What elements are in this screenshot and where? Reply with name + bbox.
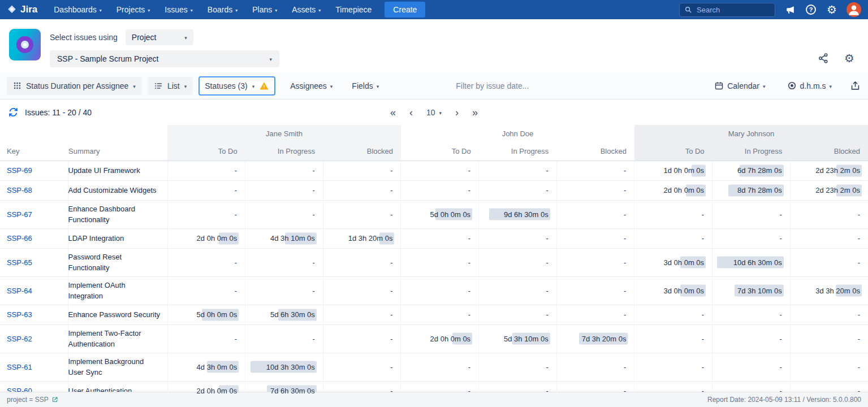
nav-item-timepiece[interactable]: Timepiece [328, 0, 379, 19]
duration-value: 10d 3h 30m 0s [266, 363, 315, 371]
issue-key-cell: SSP-65 [0, 248, 68, 276]
duration-value: 2d 0h 0m 0s [664, 186, 705, 194]
fields-dropdown[interactable]: Fields [347, 78, 383, 94]
issue-key-link[interactable]: SSP-65 [7, 258, 32, 267]
duration-value: - [312, 287, 314, 295]
next-page-button[interactable]: › [455, 107, 459, 118]
export-icon[interactable] [849, 80, 861, 92]
calendar-icon [714, 81, 724, 90]
duration-cell: - [479, 276, 557, 305]
report-settings-icon[interactable] [843, 52, 856, 64]
duration-value: - [779, 335, 781, 343]
format-target-icon [787, 81, 797, 90]
nav-item-assets[interactable]: Assets [284, 0, 328, 19]
user-avatar[interactable] [847, 2, 861, 17]
duration-cell: - [556, 180, 634, 200]
nav-item-boards[interactable]: Boards [200, 0, 245, 19]
duration-cell: - [634, 353, 712, 381]
admin-settings-icon[interactable] [826, 3, 838, 16]
table-row: SSP-63Enhance Password Security5d 0h 0m … [0, 305, 868, 324]
duration-value: - [235, 210, 237, 219]
duration-cell: 10d 6h 30m 0s [712, 248, 791, 276]
calendar-dropdown[interactable]: Calendar [710, 77, 770, 94]
calendar-label: Calendar [727, 81, 759, 90]
nav-item-projects[interactable]: Projects [109, 0, 158, 19]
header-actions [817, 52, 856, 64]
issue-key-link[interactable]: SSP-66 [7, 234, 32, 243]
chevron-down-icon [100, 5, 102, 14]
view-mode-dropdown[interactable]: List [148, 77, 193, 95]
project-dropdown[interactable]: SSP - Sample Scrum Project [50, 50, 279, 67]
duration-cell: 7d 3h 10m 0s [712, 276, 791, 305]
nav-item-plans[interactable]: Plans [245, 0, 284, 19]
statuses-label: Statuses (3) [205, 81, 247, 90]
share-icon[interactable] [817, 52, 830, 64]
table-row: SSP-67Enhance Dashboard Functionality---… [0, 200, 868, 228]
duration-cell: - [790, 248, 868, 276]
duration-value: - [468, 186, 470, 194]
issue-key-link[interactable]: SSP-63 [7, 310, 32, 319]
help-question-mark: ? [806, 5, 816, 15]
table-row: SSP-64Implement OAuth Integration------3… [0, 276, 868, 305]
duration-cell: 5d 3h 10m 0s [479, 324, 557, 353]
nav-item-label: Timepiece [335, 5, 372, 14]
search-input[interactable] [696, 5, 770, 15]
issue-key-link[interactable]: SSP-61 [7, 363, 32, 371]
issue-key-link[interactable]: SSP-68 [7, 186, 32, 194]
duration-value: - [390, 310, 392, 319]
issues-count-label: Issues: 11 - 20 / 40 [25, 108, 92, 117]
duration-value: - [390, 258, 392, 267]
statuses-dropdown[interactable]: Statuses (3) [198, 76, 275, 96]
duration-value: - [468, 234, 470, 243]
nav-item-dashboards[interactable]: Dashboards [46, 0, 109, 19]
duration-cell: - [790, 324, 868, 353]
jira-logo-icon [7, 5, 17, 15]
duration-cell: - [790, 228, 868, 248]
nav-item-label: Issues [165, 5, 187, 14]
duration-cell: - [401, 161, 479, 180]
announcements-icon[interactable] [784, 3, 796, 16]
issue-source-dropdown[interactable]: Project [126, 29, 193, 45]
duration-cell: - [556, 248, 634, 276]
assignees-dropdown[interactable]: Assignees [286, 78, 337, 94]
duration-cell: 9d 6h 30m 0s [479, 200, 557, 228]
duration-value: 9d 6h 30m 0s [504, 210, 549, 219]
table-row: SSP-62Implement Two-Factor Authenticatio… [0, 324, 868, 353]
status-column-header-john-doe-blocked: Blocked [556, 142, 634, 161]
refresh-icon[interactable] [7, 106, 19, 119]
issue-key-link[interactable]: SSP-69 [7, 166, 32, 175]
date-filter-input[interactable]: Filter by issue date... [456, 81, 529, 90]
duration-value: - [390, 210, 392, 219]
last-page-button[interactable]: » [472, 107, 478, 118]
previous-page-button[interactable]: ‹ [409, 107, 413, 118]
issue-summary-cell: Update UI Framework [68, 161, 167, 180]
global-search[interactable] [679, 3, 775, 17]
issue-key-link[interactable]: SSP-62 [7, 335, 32, 343]
jira-logo[interactable]: Jira [7, 4, 37, 15]
create-button[interactable]: Create [385, 2, 425, 18]
duration-value: 7d 3h 10m 0s [737, 287, 782, 295]
duration-cell: 5d 6h 30m 0s [245, 305, 323, 324]
table-body: SSP-69Update UI Framework------1d 0h 0m … [0, 161, 868, 401]
issue-key-link[interactable]: SSP-64 [7, 287, 32, 295]
chevron-down-icon [184, 33, 187, 42]
issue-key-link[interactable]: SSP-67 [7, 210, 32, 219]
status-column-header-mary-johnson-to-do: To Do [634, 142, 712, 161]
duration-value: - [702, 363, 704, 371]
table-row: SSP-69Update UI Framework------1d 0h 0m … [0, 161, 868, 180]
duration-cell: 2d 0h 0m 0s [167, 228, 245, 248]
time-format-dropdown[interactable]: d.h.m.s [783, 77, 836, 94]
help-icon[interactable]: ? [805, 3, 817, 16]
duration-value: - [858, 335, 860, 343]
duration-value: - [779, 363, 781, 371]
page-size-dropdown[interactable]: 10 [426, 108, 442, 117]
duration-value: 5d 6h 30m 0s [270, 310, 315, 319]
first-page-button[interactable]: « [390, 107, 396, 118]
duration-value: - [858, 234, 860, 243]
duration-cell: 5d 0h 0m 0s [167, 305, 245, 324]
nav-item-issues[interactable]: Issues [157, 0, 200, 19]
app-header: Select issues using Project SSP - Sample… [0, 19, 868, 72]
duration-value: 2d 23h 2m 0s [815, 166, 860, 175]
jql-scope-link[interactable]: project = SSP [7, 396, 58, 404]
report-type-dropdown[interactable]: Status Duration per Assignee [7, 77, 142, 95]
